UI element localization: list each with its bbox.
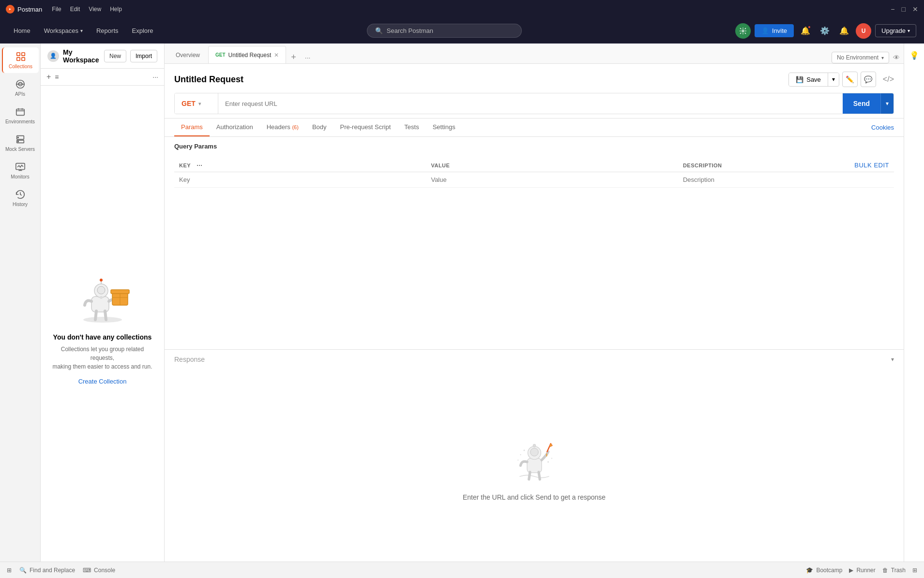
tab-params[interactable]: Params: [174, 119, 210, 136]
bell-icon[interactable]: 🔔: [836, 23, 852, 39]
tab-tests[interactable]: Tests: [397, 119, 425, 136]
import-button[interactable]: Import: [130, 50, 157, 62]
comment-icon-button[interactable]: 💬: [861, 72, 876, 87]
svg-point-29: [523, 449, 525, 451]
tab-pre-request-script[interactable]: Pre-request Script: [333, 119, 398, 136]
runner-button[interactable]: ▶ Runner: [849, 567, 875, 574]
cookies-link[interactable]: Cookies: [871, 124, 894, 131]
filter-icon[interactable]: ≡: [55, 73, 59, 81]
nav-workspaces[interactable]: Workspaces ▾: [38, 24, 89, 37]
top-navigation: Home Workspaces ▾ Reports Explore 🔍 Sear…: [0, 18, 924, 44]
params-table-header: KEY ··· VALUE DESCRIPTION Bulk Edit: [174, 159, 894, 172]
description-input[interactable]: [683, 176, 889, 183]
close-button[interactable]: ✕: [912, 5, 918, 13]
sidebar-item-history[interactable]: History: [2, 185, 39, 211]
tab-overview[interactable]: Overview: [168, 46, 207, 63]
apis-icon: [15, 79, 26, 89]
save-button[interactable]: 💾 Save: [789, 73, 828, 86]
create-collection-link[interactable]: Create Collection: [78, 378, 127, 385]
menu-help[interactable]: Help: [110, 6, 122, 13]
topnav-right-icons: 👤 Invite 🔔 ⚙️ 🔔 U Upgrade ▾: [735, 23, 916, 39]
trash-button[interactable]: 🗑 Trash: [882, 567, 906, 574]
content-area: Overview GET Untitled Request ✕ + ··· No…: [165, 44, 904, 562]
new-button[interactable]: New: [104, 50, 126, 62]
sidebar-item-collections[interactable]: Collections: [2, 47, 39, 73]
nav-home[interactable]: Home: [8, 24, 36, 37]
svg-rect-13: [15, 163, 24, 170]
svg-rect-5: [21, 58, 24, 60]
svg-rect-8: [16, 109, 24, 116]
close-tab-icon[interactable]: ✕: [274, 52, 279, 59]
search-bar[interactable]: 🔍 Search Postman: [367, 24, 522, 38]
collections-empty-state: You don't have any collections Collectio…: [41, 86, 164, 562]
key-input[interactable]: [179, 176, 421, 183]
satellite-icon[interactable]: [735, 23, 751, 39]
tab-headers[interactable]: Headers (6): [260, 119, 305, 136]
workspace-title: My Workspace: [63, 48, 100, 64]
settings-icon[interactable]: ⚙️: [817, 23, 833, 39]
right-sidebar: 💡: [904, 44, 924, 562]
menu-file[interactable]: File: [52, 6, 61, 13]
console-button[interactable]: ⌨ Console: [83, 567, 115, 574]
svg-point-17: [97, 286, 105, 294]
col-more-icon[interactable]: ···: [193, 162, 206, 169]
svg-point-27: [530, 448, 538, 456]
menu-view[interactable]: View: [89, 6, 101, 13]
svg-point-32: [551, 458, 552, 459]
workspace-toolbar: + ≡ ···: [41, 69, 164, 86]
maximize-button[interactable]: □: [902, 5, 906, 13]
upgrade-chevron-icon: ▾: [908, 28, 910, 33]
search-icon: 🔍: [375, 27, 383, 34]
send-dropdown-button[interactable]: ▾: [880, 93, 894, 114]
table-row: [174, 172, 894, 188]
sidebar-item-monitors[interactable]: Monitors: [2, 158, 39, 183]
tab-settings[interactable]: Settings: [426, 119, 462, 136]
tab-body[interactable]: Body: [305, 119, 333, 136]
response-empty-illustration: [496, 426, 573, 484]
query-params-title: Query Params: [174, 143, 217, 150]
environment-eye-icon[interactable]: 👁: [893, 54, 900, 61]
invite-button[interactable]: 👤 Invite: [755, 24, 794, 37]
bulk-edit-button[interactable]: Bulk Edit: [854, 162, 889, 169]
find-replace-button[interactable]: 🔍 Find and Replace: [19, 567, 75, 574]
svg-point-14: [83, 317, 122, 323]
tab-authorization[interactable]: Authorization: [210, 119, 260, 136]
bootcamp-icon: 🎓: [806, 567, 813, 574]
more-options-icon[interactable]: ···: [152, 73, 158, 81]
collections-empty-illustration: [71, 263, 134, 326]
code-icon-button[interactable]: </>: [883, 75, 894, 84]
notifications-icon[interactable]: 🔔: [798, 23, 813, 39]
right-sidebar-icon-1[interactable]: 💡: [907, 47, 922, 63]
upgrade-button[interactable]: Upgrade ▾: [875, 24, 916, 37]
svg-point-1: [742, 30, 744, 32]
environment-selector[interactable]: No Environment ▾: [832, 52, 889, 63]
avatar-icon[interactable]: U: [856, 23, 871, 39]
tab-bar: Overview GET Untitled Request ✕ + ··· No…: [165, 44, 904, 64]
save-dropdown-button[interactable]: ▾: [828, 73, 839, 86]
sidebar-item-apis[interactable]: APIs: [2, 75, 39, 101]
tab-more-button[interactable]: ···: [301, 52, 315, 63]
nav-reports[interactable]: Reports: [91, 24, 124, 37]
tab-untitled-request[interactable]: GET Untitled Request ✕: [208, 46, 286, 63]
svg-rect-4: [16, 58, 19, 60]
grid-icon-button[interactable]: ⊞: [912, 567, 917, 574]
invite-icon: 👤: [761, 27, 769, 34]
bootcamp-button[interactable]: 🎓 Bootcamp: [806, 567, 842, 574]
statusbar-layout-icon[interactable]: ⊞: [7, 567, 12, 574]
menu-edit[interactable]: Edit: [70, 6, 80, 13]
nav-explore[interactable]: Explore: [126, 24, 159, 37]
sidebar-item-mock-servers[interactable]: Mock Servers: [2, 130, 39, 156]
edit-icon-button[interactable]: ✏️: [842, 72, 858, 87]
plus-icon[interactable]: +: [46, 73, 51, 81]
value-input[interactable]: [431, 176, 673, 183]
response-collapse-icon[interactable]: ▾: [891, 356, 894, 363]
svg-rect-25: [527, 458, 542, 473]
notification-badge: [807, 25, 811, 29]
send-button[interactable]: Send: [843, 93, 880, 114]
minimize-button[interactable]: −: [891, 5, 894, 13]
sidebar-item-environments[interactable]: Environments: [2, 103, 39, 128]
url-input[interactable]: [218, 93, 843, 114]
add-tab-button[interactable]: +: [287, 51, 300, 63]
console-icon: ⌨: [83, 567, 91, 574]
method-selector[interactable]: GET ▾: [175, 93, 218, 114]
